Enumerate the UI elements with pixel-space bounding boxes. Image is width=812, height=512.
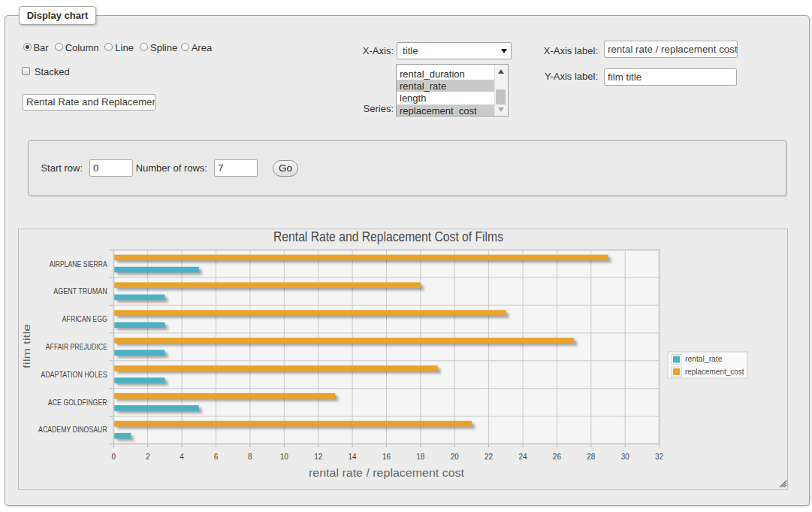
svg-text:2: 2 [146, 453, 150, 461]
svg-text:0: 0 [112, 453, 116, 461]
svg-text:18: 18 [416, 453, 425, 461]
svg-text:32: 32 [655, 453, 664, 461]
svg-text:AFFAIR PREJUDICE: AFFAIR PREJUDICE [46, 343, 107, 351]
svg-text:22: 22 [484, 453, 494, 461]
svg-text:28: 28 [587, 453, 596, 461]
svg-text:AIRPLANE SIERRA: AIRPLANE SIERRA [50, 260, 107, 268]
svg-text:AGENT TRUMAN: AGENT TRUMAN [53, 287, 107, 295]
svg-text:ADAPTATION HOLES: ADAPTATION HOLES [41, 371, 107, 379]
svg-text:26: 26 [553, 453, 562, 461]
svg-text:rental_rate: rental_rate [685, 354, 723, 363]
svg-text:8: 8 [248, 453, 252, 461]
svg-text:film title: film title [21, 324, 32, 368]
svg-text:AFRICAN EGG: AFRICAN EGG [62, 315, 107, 323]
svg-text:10: 10 [280, 453, 289, 461]
svg-text:14: 14 [349, 453, 358, 461]
svg-text:ACADEMY DINOSAUR: ACADEMY DINOSAUR [38, 426, 107, 434]
svg-text:4: 4 [180, 453, 184, 461]
svg-text:20: 20 [451, 453, 460, 461]
svg-text:rental rate / replacement cost: rental rate / replacement cost [309, 467, 464, 479]
svg-text:replacement_cost: replacement_cost [685, 367, 744, 376]
svg-text:ACE GOLDFINGER: ACE GOLDFINGER [48, 398, 107, 407]
svg-text:12: 12 [314, 453, 323, 461]
svg-text:30: 30 [621, 453, 630, 461]
svg-text:24: 24 [518, 453, 527, 461]
svg-text:16: 16 [382, 453, 391, 461]
svg-text:6: 6 [214, 453, 219, 461]
svg-text:Rental Rate and Replacement Co: Rental Rate and Replacement Cost of Film… [273, 229, 503, 244]
